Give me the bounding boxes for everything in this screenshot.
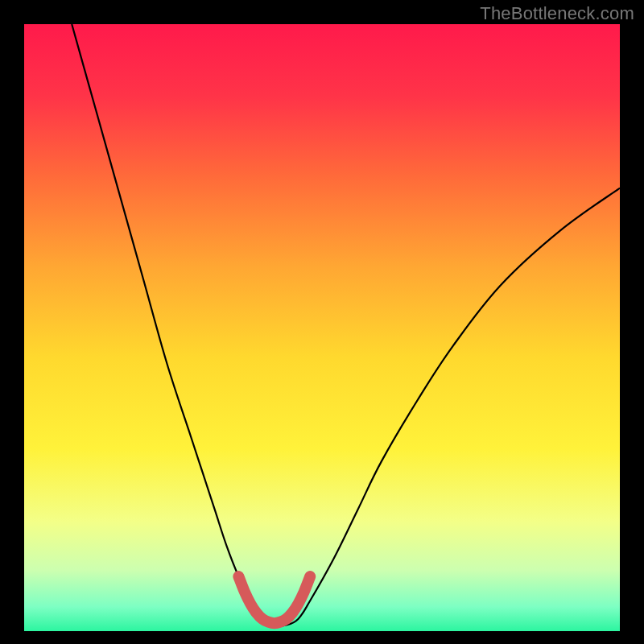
bottleneck-chart xyxy=(0,0,644,644)
chart-frame: TheBottleneck.com xyxy=(0,0,644,644)
chart-background xyxy=(24,24,620,631)
